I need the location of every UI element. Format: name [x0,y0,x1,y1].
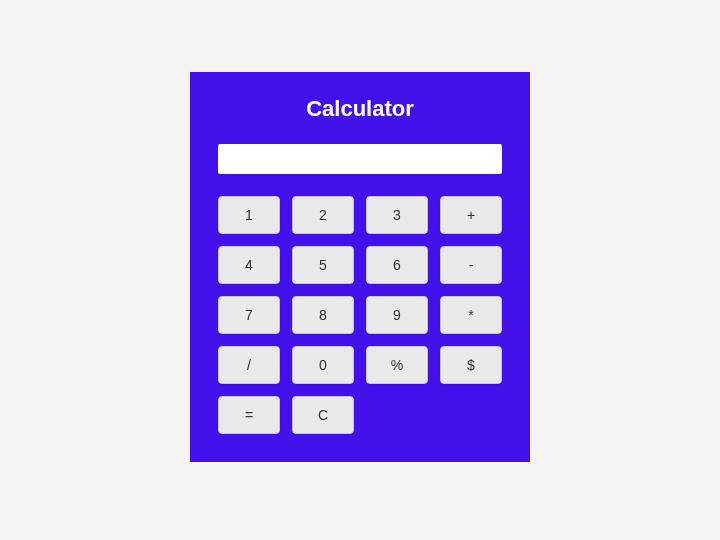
digit-4-button[interactable]: 4 [218,246,280,284]
keypad: 1 2 3 + 4 5 6 - 7 8 9 * / 0 % $ = C [218,196,502,434]
op-divide-button[interactable]: / [218,346,280,384]
calculator-display[interactable] [218,144,502,174]
digit-9-button[interactable]: 9 [366,296,428,334]
op-minus-button[interactable]: - [440,246,502,284]
op-percent-button[interactable]: % [366,346,428,384]
op-equals-button[interactable]: = [218,396,280,434]
op-multiply-button[interactable]: * [440,296,502,334]
digit-2-button[interactable]: 2 [292,196,354,234]
op-dollar-button[interactable]: $ [440,346,502,384]
calculator-title: Calculator [306,96,414,122]
digit-7-button[interactable]: 7 [218,296,280,334]
digit-1-button[interactable]: 1 [218,196,280,234]
op-clear-button[interactable]: C [292,396,354,434]
digit-5-button[interactable]: 5 [292,246,354,284]
digit-8-button[interactable]: 8 [292,296,354,334]
op-plus-button[interactable]: + [440,196,502,234]
calculator-panel: Calculator 1 2 3 + 4 5 6 - 7 8 9 * / 0 %… [190,72,530,462]
digit-0-button[interactable]: 0 [292,346,354,384]
digit-3-button[interactable]: 3 [366,196,428,234]
digit-6-button[interactable]: 6 [366,246,428,284]
